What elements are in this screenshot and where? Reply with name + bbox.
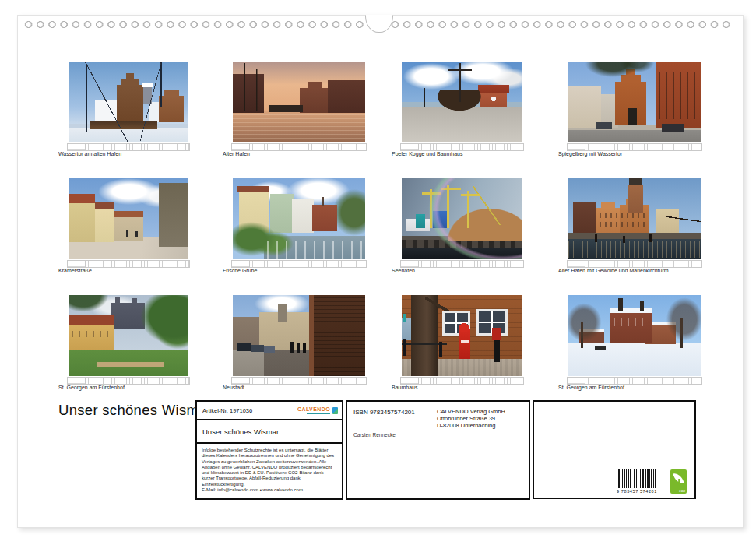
mini-calendar-month-label	[568, 144, 585, 150]
eco-icon: eco	[670, 469, 687, 494]
mini-calendar-strip	[400, 260, 524, 268]
thumbnail-photo	[233, 62, 365, 142]
calendar-product-image: Wassertor am alten Hafen Alter Hafen Poe…	[0, 0, 756, 545]
article-number: Artikel-Nr. 1971036	[202, 407, 252, 414]
publisher-address: CALVENDO Verlag GmbH Ottobrunner Straße …	[437, 408, 505, 429]
thumbnail-photo	[402, 295, 522, 376]
thumbnail-poeler-kogge-und-baumhaus: Poeler Kogge und Baumhaus	[392, 62, 540, 164]
mini-calendar-month-label	[68, 144, 86, 150]
mini-calendar-strip	[67, 260, 190, 268]
thumbnail-photo	[402, 62, 522, 142]
thumbnail-baumhaus: Baumhaus	[392, 295, 540, 398]
mini-calendar-month-label	[232, 144, 250, 150]
legal-text: Infolge bestehender Schutzrechte ist es …	[202, 448, 337, 487]
article-info-box: Artikel-Nr. 1971036 CALVENDO Unser schön…	[195, 400, 343, 500]
article-number-row: Artikel-Nr. 1971036 CALVENDO	[197, 402, 342, 420]
mini-calendar-strip	[231, 143, 367, 151]
thumbnail-caption: St. Georgen am Fürstenhof	[58, 385, 125, 390]
thumbnail-photo	[69, 178, 188, 259]
mini-calendar-month-label	[232, 261, 250, 267]
barcode-box: 9 783457 574201 eco	[533, 400, 696, 499]
thumbnail-photo	[69, 62, 188, 142]
thumbnail-photo	[69, 295, 188, 376]
thumbnail-photo	[568, 178, 701, 259]
thumbnail-caption: Alter Hafen mit Gewölbe und Marienkircht…	[558, 268, 669, 273]
calvendo-logo-text: CALVENDO	[297, 406, 330, 412]
author-name: Carsten Rennecke	[353, 432, 396, 438]
mini-calendar-strip	[400, 377, 524, 385]
thumbnail-caption: Poeler Kogge und Baumhaus	[392, 151, 462, 156]
thumbnail-caption: Spiegelberg mit Wassertor	[558, 151, 622, 156]
mini-calendar-strip	[231, 377, 367, 385]
publisher-address-line: D-82008 Unterhaching	[437, 422, 505, 429]
legal-text-block: Infolge bestehender Schutzrechte ist es …	[197, 444, 342, 497]
thumbnail-photo	[233, 178, 365, 259]
calvendo-logo-tagline	[307, 413, 330, 414]
thumbnail-caption: Frische Grube	[223, 268, 257, 273]
calendar-back-page: Wassertor am alten Hafen Alter Hafen Poe…	[17, 15, 744, 528]
thumbnail-photo	[568, 295, 701, 376]
thumbnail-st-georgen-winter: St. Georgen am Fürstenhof	[558, 295, 706, 398]
thumbnail-caption: Baumhaus	[392, 385, 417, 390]
mini-calendar-strip	[231, 260, 367, 268]
mini-calendar-strip	[567, 143, 702, 151]
calvendo-logo: CALVENDO	[297, 406, 338, 414]
mini-calendar-month-label	[401, 261, 419, 267]
isbn: ISBN 9783457574201	[353, 409, 415, 416]
calendar-title: Unser schönes Wismar	[197, 420, 342, 444]
thumbnail-kraemerstrasse: Krämerstraße	[58, 178, 206, 281]
thumbnail-spiegelberg-mit-wassertor: Spiegelberg mit Wassertor	[558, 62, 706, 164]
thumbnail-caption: Wassertor am alten Hafen	[58, 151, 121, 156]
thumbnail-caption: St. Georgen am Fürstenhof	[558, 385, 624, 390]
thumbnail-caption: Seehafen	[392, 268, 415, 273]
thumbnail-neustadt: Neustadt	[223, 295, 371, 398]
contact-line: E-Mail: info@calvendo.com • www.calvendo…	[202, 487, 337, 493]
thumbnail-caption: Neustadt	[223, 385, 244, 390]
thumbnail-photo	[402, 178, 522, 259]
eco-label: eco	[679, 488, 685, 493]
barcode-digits: 9 783457 574201	[612, 489, 662, 494]
leaf-icon	[673, 472, 684, 485]
thumbnail-caption: Alter Hafen	[223, 151, 250, 156]
thumbnail-photo	[568, 62, 701, 142]
thumbnail-seehafen: Seehafen	[392, 178, 540, 281]
mini-calendar-month-label	[232, 378, 250, 384]
mini-calendar-strip	[67, 143, 190, 151]
publisher-address-line: CALVENDO Verlag GmbH	[437, 408, 505, 415]
mini-calendar-month-label	[401, 378, 419, 384]
thumb-notch	[365, 15, 393, 33]
mini-calendar-strip	[567, 377, 702, 385]
mini-calendar-strip	[400, 143, 524, 151]
thumbnail-st-georgen-am-fuerstenhof: St. Georgen am Fürstenhof	[58, 295, 206, 398]
thumbnail-alter-hafen: Alter Hafen	[223, 62, 371, 164]
publisher-address-line: Ottobrunner Straße 39	[437, 415, 505, 422]
barcode: 9 783457 574201	[612, 469, 666, 494]
thumbnail-frische-grube: Frische Grube	[223, 178, 371, 281]
mini-calendar-month-label	[68, 378, 86, 384]
thumbnail-caption: Krämerstraße	[58, 268, 92, 273]
barcode-bars	[617, 469, 657, 488]
thumbnail-wassertor-am-alten-hafen: Wassertor am alten Hafen	[58, 62, 206, 164]
thumbnail-photo	[233, 295, 365, 376]
mini-calendar-month-label	[568, 261, 585, 267]
mini-calendar-strip	[67, 377, 190, 385]
calvendo-logo-icon	[332, 407, 338, 414]
publisher-box: ISBN 9783457574201 CALVENDO Verlag GmbH …	[346, 400, 530, 500]
mini-calendar-month-label	[568, 378, 585, 384]
calvendo-logo-text-stack: CALVENDO	[297, 406, 330, 414]
page-title: Unser schönes Wismar	[58, 402, 212, 419]
thumbnail-alter-hafen-mit-gewoelbe: Alter Hafen mit Gewölbe und Marienkircht…	[558, 178, 706, 281]
mini-calendar-month-label	[401, 144, 419, 150]
mini-calendar-strip	[567, 260, 702, 268]
mini-calendar-month-label	[68, 261, 86, 267]
